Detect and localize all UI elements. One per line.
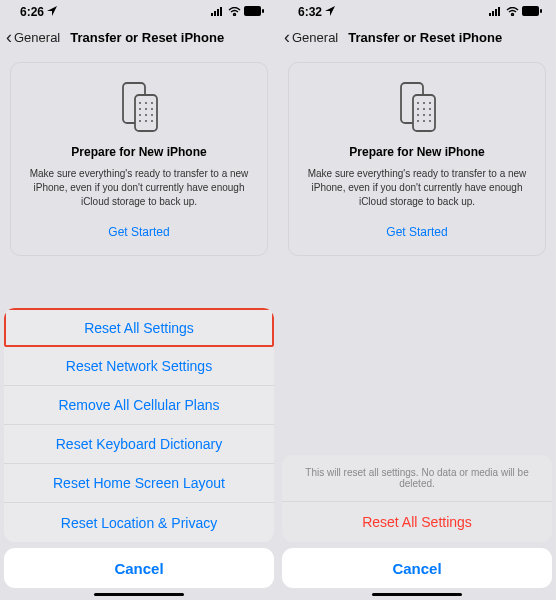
svg-point-14 [139,114,141,116]
location-icon [47,5,57,19]
prepare-description: Make sure everything's ready to transfer… [301,167,533,209]
svg-point-9 [145,102,147,104]
status-time: 6:32 [298,5,322,19]
svg-point-34 [417,114,419,116]
confirm-message: This will reset all settings. No data or… [282,455,552,502]
svg-rect-1 [214,11,216,16]
svg-point-15 [145,114,147,116]
status-bar: 6:26 [0,0,278,20]
home-indicator[interactable] [372,593,462,596]
cancel-button[interactable]: Cancel [4,548,274,588]
page-title: Transfer or Reset iPhone [70,30,224,45]
get-started-link[interactable]: Get Started [301,225,533,239]
option-reset-home-screen-layout[interactable]: Reset Home Screen Layout [4,464,274,503]
svg-point-17 [139,120,141,122]
svg-point-18 [145,120,147,122]
phones-icon [395,81,439,133]
prepare-card: Prepare for New iPhone Make sure everyth… [10,62,268,256]
signal-icon [211,5,225,19]
svg-rect-25 [540,9,542,13]
get-started-link[interactable]: Get Started [23,225,255,239]
svg-rect-21 [492,11,494,16]
confirm-action-sheet: This will reset all settings. No data or… [278,455,556,600]
svg-rect-22 [495,9,497,16]
back-chevron-icon[interactable]: ‹ [284,27,290,48]
svg-point-39 [429,120,431,122]
option-remove-all-cellular-plans[interactable]: Remove All Cellular Plans [4,386,274,425]
svg-rect-2 [217,9,219,16]
option-reset-network-settings[interactable]: Reset Network Settings [4,347,274,386]
back-button[interactable]: General [14,30,60,45]
prepare-card: Prepare for New iPhone Make sure everyth… [288,62,546,256]
svg-rect-0 [211,13,213,16]
prepare-title: Prepare for New iPhone [301,145,533,159]
nav-bar: ‹ General Transfer or Reset iPhone [0,20,278,54]
wifi-icon [228,5,241,19]
svg-rect-24 [522,6,539,16]
option-reset-all-settings[interactable]: Reset All Settings [4,308,274,347]
page-title: Transfer or Reset iPhone [348,30,502,45]
svg-point-11 [139,108,141,110]
svg-point-16 [151,114,153,116]
screen-reset-options: 6:26 ‹ General Transfer or Reset iPhone [0,0,278,600]
svg-rect-7 [135,95,157,131]
status-bar: 6:32 [278,0,556,20]
confirm-reset-button[interactable]: Reset All Settings [282,502,552,542]
svg-point-32 [423,108,425,110]
svg-point-33 [429,108,431,110]
svg-point-8 [139,102,141,104]
svg-point-19 [151,120,153,122]
back-button[interactable]: General [292,30,338,45]
phones-icon [117,81,161,133]
svg-point-30 [429,102,431,104]
option-reset-location-privacy[interactable]: Reset Location & Privacy [4,503,274,542]
svg-rect-27 [413,95,435,131]
svg-point-12 [145,108,147,110]
status-time: 6:26 [20,5,44,19]
svg-rect-3 [220,7,222,16]
svg-point-35 [423,114,425,116]
back-chevron-icon[interactable]: ‹ [6,27,12,48]
action-sheet: Reset All Settings Reset Network Setting… [0,308,278,600]
signal-icon [489,5,503,19]
svg-rect-20 [489,13,491,16]
screen-confirm-reset: 6:32 ‹ General Transfer or Reset iPhone [278,0,556,600]
cancel-button[interactable]: Cancel [282,548,552,588]
prepare-title: Prepare for New iPhone [23,145,255,159]
svg-point-31 [417,108,419,110]
svg-rect-5 [262,9,264,13]
option-reset-keyboard-dictionary[interactable]: Reset Keyboard Dictionary [4,425,274,464]
svg-point-37 [417,120,419,122]
home-indicator[interactable] [94,593,184,596]
svg-point-28 [417,102,419,104]
svg-point-38 [423,120,425,122]
battery-icon [522,5,542,19]
prepare-description: Make sure everything's ready to transfer… [23,167,255,209]
svg-point-29 [423,102,425,104]
svg-rect-23 [498,7,500,16]
wifi-icon [506,5,519,19]
svg-point-10 [151,102,153,104]
svg-point-13 [151,108,153,110]
svg-rect-4 [244,6,261,16]
nav-bar: ‹ General Transfer or Reset iPhone [278,20,556,54]
battery-icon [244,5,264,19]
location-icon [325,5,335,19]
svg-point-36 [429,114,431,116]
